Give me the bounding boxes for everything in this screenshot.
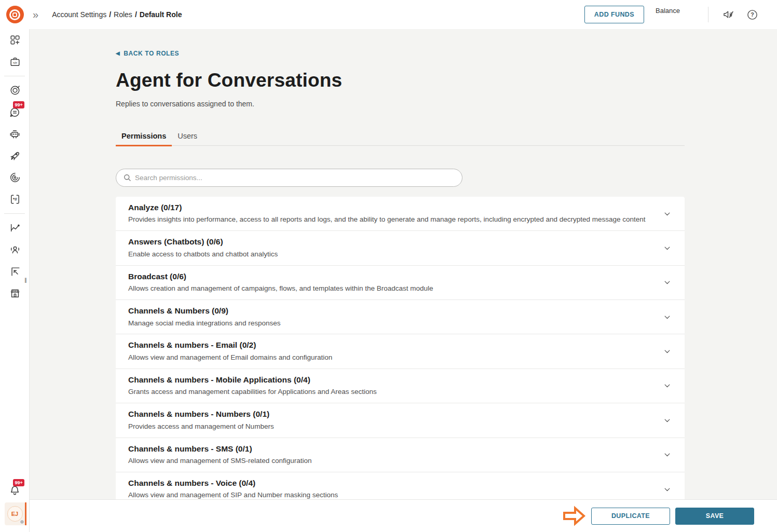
marketplace-store-icon	[9, 288, 21, 299]
permission-description: Grants access and management capabilitie…	[128, 387, 653, 397]
analytics-chart-icon	[9, 222, 21, 234]
chevron-down-icon[interactable]	[663, 451, 671, 459]
sidebar-item-moments[interactable]	[0, 79, 30, 101]
permission-title: Analyze (0/17)	[128, 202, 653, 213]
exchange-flag-icon	[9, 266, 21, 277]
footer-action-bar: DUPLICATE SAVE	[30, 499, 777, 532]
chevron-down-icon[interactable]	[663, 485, 671, 493]
sidebar-divider	[4, 76, 25, 76]
mute-icon[interactable]	[722, 8, 734, 21]
sidebar-item-people[interactable]	[0, 239, 30, 261]
tab-permissions[interactable]: Permissions	[116, 128, 172, 145]
permission-row[interactable]: Channels & numbers - SMS (0/1) Allows vi…	[116, 438, 685, 472]
permission-row[interactable]: Channels & numbers - Voice (0/4) Allows …	[116, 472, 685, 499]
moments-target-icon	[9, 85, 21, 96]
sidebar-item-broadcast[interactable]	[0, 145, 30, 167]
permission-title: Answers (Chatbots) (0/6)	[128, 236, 653, 248]
help-icon[interactable]: ?	[746, 8, 758, 21]
permission-row[interactable]: Analyze (0/17) Provides insights into pe…	[116, 197, 685, 231]
page-subtitle: Replies to conversations assigned to the…	[116, 100, 685, 108]
sidebar-nav: </> 99+	[0, 29, 30, 532]
permission-title: Channels & numbers - Numbers (0/1)	[128, 408, 653, 420]
permission-row[interactable]: Answers (Chatbots) (0/6) Enable access t…	[116, 231, 685, 265]
permission-description: Allows view and management of SIP and Nu…	[128, 490, 653, 499]
chevron-down-icon[interactable]	[663, 416, 671, 424]
permissions-list: Analyze (0/17) Provides insights into pe…	[116, 197, 685, 499]
broadcast-rocket-icon	[9, 150, 21, 162]
permission-title: Channels & numbers - SMS (0/1)	[128, 443, 653, 455]
svg-text:</>: </>	[12, 61, 17, 64]
dev-tools-icon: </>	[9, 56, 21, 67]
flow-swirl-icon	[9, 172, 21, 183]
sidebar-item-dev-tools[interactable]: </>	[0, 51, 30, 73]
permission-description: Provides access and management of Number…	[128, 422, 653, 432]
permission-title: Channels & numbers - Email (0/2)	[128, 339, 653, 351]
chevron-down-icon[interactable]	[663, 244, 671, 252]
chevron-down-icon[interactable]	[663, 210, 671, 217]
sidebar-resize-handle[interactable]: ∥	[24, 277, 28, 283]
avatar-initials: EJ	[7, 506, 23, 522]
svg-text:?: ?	[751, 11, 754, 18]
chevron-down-icon[interactable]	[663, 279, 671, 287]
permission-row[interactable]: Channels & numbers - Email (0/2) Allows …	[116, 334, 685, 369]
sidebar-item-marketplace[interactable]	[0, 282, 30, 304]
topbar-divider	[708, 7, 708, 22]
permission-row[interactable]: Broadcast (0/6) Allows creation and mana…	[116, 266, 685, 300]
balance-label: Balance	[656, 7, 680, 15]
annotation-arrow-icon	[562, 506, 586, 526]
breadcrumb-account-settings[interactable]: Account Settings	[52, 10, 106, 19]
search-input[interactable]	[116, 169, 462, 187]
breadcrumb-roles[interactable]: Roles	[114, 10, 132, 19]
notifications-badge: 99+	[13, 479, 24, 486]
sidebar-item-conversations[interactable]: 99+	[0, 101, 30, 123]
add-funds-button[interactable]: ADD FUNDS	[584, 6, 644, 23]
search-icon	[122, 173, 132, 182]
permission-description: Manage social media integrations and res…	[128, 319, 653, 329]
sidebar-item-flow[interactable]	[0, 167, 30, 188]
permission-row[interactable]: Channels & numbers - Numbers (0/1) Provi…	[116, 403, 685, 438]
sidebar-item-channels[interactable]: *#	[0, 188, 30, 210]
permission-title: Channels & Numbers (0/9)	[128, 305, 653, 317]
status-dot	[20, 520, 24, 524]
infobip-logo-icon	[6, 6, 24, 23]
permission-title: Channels & numbers - Mobile Applications…	[128, 374, 653, 386]
sidebar-item-analytics[interactable]	[0, 217, 30, 239]
permission-row[interactable]: Channels & Numbers (0/9) Manage social m…	[116, 300, 685, 334]
permission-description: Allows view and management of Email doma…	[128, 353, 653, 363]
permission-description: Enable access to chatbots and chatbot an…	[128, 250, 653, 260]
sidebar-expand-chevrons-icon[interactable]: »	[33, 9, 38, 20]
permission-description: Allows creation and management of campai…	[128, 284, 653, 294]
sidebar-item-notifications[interactable]: 99+	[0, 479, 30, 501]
answers-robot-icon	[9, 128, 21, 140]
permission-title: Channels & numbers - Voice (0/4)	[128, 478, 653, 489]
page-title: Agent for Conversations	[116, 70, 685, 91]
channels-starhash-icon: *#	[9, 194, 21, 205]
permission-row[interactable]: Channels & numbers - Mobile Applications…	[116, 369, 685, 403]
tab-bar: Permissions Users	[116, 128, 685, 146]
permission-title: Broadcast (0/6)	[128, 271, 653, 282]
tab-users[interactable]: Users	[172, 128, 203, 145]
breadcrumb: Account Settings/Roles/Default Role	[52, 10, 182, 19]
top-bar: » Account Settings/Roles/Default Role AD…	[0, 0, 777, 29]
people-icon	[9, 244, 21, 255]
sidebar-item-apps[interactable]	[0, 29, 30, 51]
sidebar-divider	[4, 213, 25, 214]
sidebar-item-account[interactable]: EJ	[0, 501, 30, 527]
sidebar-item-answers[interactable]	[0, 123, 30, 145]
brand-logo[interactable]	[0, 6, 30, 23]
main-content: ◀ BACK TO ROLES Agent for Conversations …	[30, 29, 777, 499]
permission-description: Provides insights into performance, acce…	[128, 215, 653, 225]
apps-add-icon	[9, 34, 21, 46]
conversations-badge: 99+	[13, 101, 24, 108]
back-link-label: BACK TO ROLES	[124, 50, 179, 57]
chevron-down-icon[interactable]	[663, 313, 671, 321]
duplicate-button[interactable]: DUPLICATE	[591, 508, 670, 525]
chevron-down-icon[interactable]	[663, 382, 671, 390]
save-button[interactable]: SAVE	[675, 508, 754, 525]
avatar: EJ	[5, 502, 25, 525]
back-to-roles-link[interactable]: ◀ BACK TO ROLES	[116, 50, 179, 57]
chevron-down-icon[interactable]	[663, 348, 671, 356]
active-indicator	[25, 502, 26, 525]
svg-text:*#: *#	[13, 197, 17, 202]
back-arrow-icon: ◀	[116, 51, 120, 56]
